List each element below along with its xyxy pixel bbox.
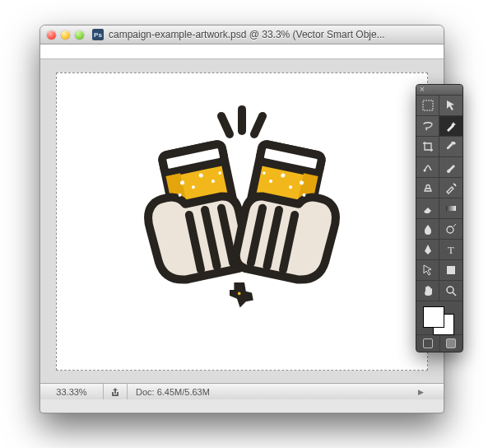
quick-mask-modes <box>416 335 462 352</box>
quick-mask-mode-icon[interactable] <box>440 335 463 352</box>
svg-rect-22 <box>446 206 456 211</box>
window-title: campaign-example-artwork.psd @ 33.3% (Ve… <box>109 29 385 40</box>
artwork-cheers-illustration <box>106 102 378 318</box>
svg-point-21 <box>423 170 425 172</box>
move-tool-icon[interactable] <box>439 96 462 116</box>
dodge-tool-icon[interactable] <box>439 219 462 240</box>
close-icon[interactable] <box>47 30 56 40</box>
svg-rect-20 <box>423 100 433 110</box>
window-titlebar[interactable]: Ps campaign-example-artwork.psd @ 33.3% … <box>40 26 444 44</box>
marquee-tool-icon[interactable] <box>416 96 439 116</box>
foreground-color[interactable] <box>423 306 444 328</box>
color-swatch[interactable] <box>416 301 462 335</box>
svg-text:T: T <box>448 244 454 256</box>
status-menu-chevron-icon[interactable]: ▶ <box>418 388 424 396</box>
blur-tool-icon[interactable] <box>416 219 439 240</box>
hand-tool-icon[interactable] <box>416 281 439 301</box>
tools-panel-header[interactable]: × <box>416 85 462 96</box>
healing-brush-tool-icon[interactable] <box>416 157 439 178</box>
pen-tool-icon[interactable] <box>416 240 439 260</box>
standard-mode-icon[interactable] <box>416 335 440 352</box>
svg-line-1 <box>221 115 230 133</box>
status-bar: 33.33% Doc: 6.45M/5.63M ▶ <box>40 383 444 399</box>
zoom-tool-icon[interactable] <box>439 281 462 301</box>
clone-stamp-tool-icon[interactable] <box>416 178 439 198</box>
photoshop-app-icon: Ps <box>92 29 104 40</box>
lasso-tool-icon[interactable] <box>416 116 439 137</box>
traffic-lights <box>47 30 84 40</box>
photoshop-window: Ps campaign-example-artwork.psd @ 33.3% … <box>40 25 444 413</box>
type-tool-icon[interactable]: T <box>439 240 462 260</box>
eyedropper-tool-icon[interactable] <box>439 137 462 157</box>
path-selection-tool-icon[interactable] <box>416 260 439 281</box>
zoom-window-icon[interactable] <box>75 30 84 40</box>
svg-rect-25 <box>447 266 455 274</box>
svg-point-19 <box>238 292 241 295</box>
gradient-tool-icon[interactable] <box>439 198 462 219</box>
doc-size-readout[interactable]: Doc: 6.45M/5.63M <box>128 387 418 397</box>
brush-tool-icon[interactable] <box>439 157 462 178</box>
magic-wand-tool-icon[interactable] <box>439 116 462 137</box>
close-panel-icon[interactable]: × <box>420 85 425 94</box>
canvas-area[interactable] <box>40 59 444 383</box>
svg-point-26 <box>447 287 453 293</box>
eraser-tool-icon[interactable] <box>416 198 439 219</box>
svg-line-2 <box>254 115 263 133</box>
history-brush-tool-icon[interactable] <box>439 178 462 198</box>
share-icon[interactable] <box>104 384 128 399</box>
minimize-icon[interactable] <box>61 30 70 40</box>
ruler-bar <box>40 44 444 59</box>
shape-tool-icon[interactable] <box>439 260 462 281</box>
svg-point-23 <box>447 226 453 233</box>
zoom-level[interactable]: 33.33% <box>40 384 104 399</box>
crop-tool-icon[interactable] <box>416 137 439 157</box>
tools-panel[interactable]: × T <box>416 84 463 352</box>
document-canvas[interactable] <box>56 72 428 371</box>
